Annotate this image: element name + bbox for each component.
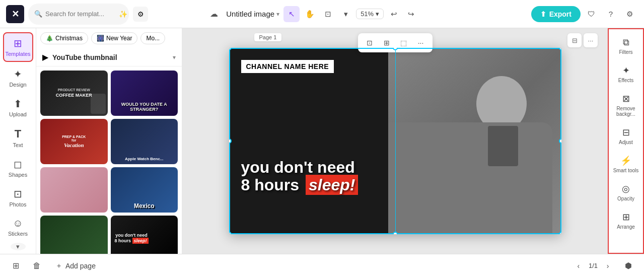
template-card[interactable]: you don't need 8 hours sleep! [111, 216, 178, 254]
sidebar-item-photos[interactable]: ⊡ Photos [3, 184, 33, 212]
design-icon: ✦ [14, 68, 22, 80]
christmas-emoji: 🎄 [46, 35, 53, 42]
resize-tool-button[interactable]: ⊡ [320, 6, 336, 22]
zoom-level-text: 51% [361, 10, 374, 18]
right-sidebar: ⧉ Filters ✦ Effects ⊠ Remove backgr... ⊟… [608, 28, 644, 254]
plus-icon: ＋ [55, 261, 62, 270]
right-tool-remove-bg[interactable]: ⊠ Remove backgr... [611, 89, 641, 121]
right-tool-arrange[interactable]: ⊞ Arrange [611, 207, 641, 234]
sidebar-item-upload[interactable]: ⬆ Upload [3, 94, 33, 121]
canvas-main-text: you don't need 8 hours sleep! [241, 159, 359, 194]
template-card[interactable] [40, 167, 108, 213]
select-tool-button[interactable]: ↖ [283, 6, 300, 22]
top-toolbar: ✕ 🔍 ✨ ⚙ ☁ Untitled image ▾ ↖ ✋ ⊡ ▾ 51% ▾… [0, 0, 644, 28]
redo-button[interactable]: ↪ [403, 6, 419, 22]
template-card[interactable]: Mexico [111, 167, 178, 213]
logo-icon: ✕ [12, 9, 19, 20]
bottom-bar: ⊞ 🗑 ＋ Add page ‹ 1/1 › ⬢ [0, 254, 644, 277]
present-button[interactable]: ⬢ [621, 258, 636, 273]
resize-chevron-button[interactable]: ▾ [338, 6, 354, 22]
stickers-icon: ☺ [13, 218, 23, 229]
effects-icon: ✦ [622, 65, 630, 76]
export-icon: ⬆ [540, 10, 546, 18]
category-chevron-icon: ▾ [173, 54, 176, 61]
category-header[interactable]: ▶ YouTube thumbnail ▾ [36, 48, 182, 66]
remove-bg-icon: ⊠ [622, 93, 630, 104]
undo-redo-group: ↩ ↪ [386, 6, 419, 22]
canvas-grid-button[interactable]: ⊞ [379, 35, 394, 50]
document-title-button[interactable]: Untitled image ▾ [226, 10, 279, 18]
template-card[interactable]: Apple Watch Benc... [111, 119, 178, 164]
add-page-label: Add page [65, 262, 96, 270]
template-card[interactable]: PREP & PACK for Vacation [40, 119, 108, 164]
filters-icon: ⧉ [623, 37, 629, 48]
sidebar-item-design[interactable]: ✦ Design [3, 64, 33, 92]
upload-icon: ⬆ [14, 98, 22, 110]
chevron-down-icon: ▾ [276, 11, 279, 18]
youtube-icon: ▶ [42, 52, 48, 62]
new-year-emoji: 🎆 [97, 35, 104, 42]
smart-tools-icon: ⚡ [620, 155, 631, 166]
collapse-sidebar-button[interactable]: ▾ [11, 243, 26, 250]
canvas-area: ⊡ ⊞ ⬚ ··· ⊟ ··· Page 1 [182, 28, 608, 254]
left-sidebar: ⊞ Templates ✦ Design ⬆ Upload T Text ◻ S… [0, 28, 36, 254]
canvas-more-button[interactable]: ··· [413, 35, 428, 50]
page-navigation: ‹ 1/1 › [571, 259, 615, 273]
add-page-button[interactable]: ＋ Add page [50, 258, 101, 273]
page-label: Page 1 [254, 33, 282, 41]
template-card[interactable]: PRODUCT REVIEW COFFEE MAKER [40, 71, 108, 116]
tag-more[interactable]: Mo... [140, 32, 165, 44]
filter-button[interactable]: ⚙ [133, 7, 148, 22]
page-counter: 1/1 [589, 262, 598, 269]
main-layout: ⊞ Templates ✦ Design ⬆ Upload T Text ◻ S… [0, 28, 644, 254]
help-button[interactable]: ? [603, 6, 619, 22]
save-to-cloud-button[interactable]: ☁ [206, 6, 222, 22]
search-input[interactable] [45, 10, 116, 18]
opacity-icon: ◎ [622, 183, 630, 194]
template-tags: 🎄 Christmas 🎆 New Year Mo... [36, 28, 182, 48]
toolbar-tools: ↖ ✋ ⊡ ▾ 51% ▾ ↩ ↪ [283, 6, 419, 22]
top-bar-right: ⬆ Export 🛡 ? ⚙ [531, 6, 638, 22]
magic-search-button[interactable]: ✨ [119, 7, 127, 22]
right-tool-adjust[interactable]: ⊟ Adjust [611, 123, 641, 149]
settings-button[interactable]: ⚙ [622, 6, 638, 22]
template-grid: PRODUCT REVIEW COFFEE MAKER WOULD YOU DA… [36, 66, 182, 254]
zoom-control[interactable]: 51% ▾ [356, 9, 384, 19]
delete-page-button[interactable]: 🗑 [29, 258, 44, 273]
next-page-button[interactable]: › [601, 259, 615, 273]
canvas-wrapper: Page 1 CHANNEL NAME HERE [182, 28, 608, 254]
prev-page-button[interactable]: ‹ [571, 259, 586, 273]
photos-icon: ⊡ [14, 188, 22, 200]
sidebar-item-templates[interactable]: ⊞ Templates [3, 32, 33, 62]
template-card[interactable]: BACK TO NATURE [40, 216, 108, 254]
zoom-chevron-icon: ▾ [376, 10, 379, 18]
hand-tool-button[interactable]: ✋ [302, 6, 318, 22]
template-card[interactable]: WOULD YOU DATE A STRANGER? [111, 71, 178, 116]
canvas-frame-button[interactable]: ⬚ [396, 35, 411, 50]
tag-new-year[interactable]: 🎆 New Year [91, 32, 137, 44]
canvas-crop-button[interactable]: ⊡ [362, 35, 377, 50]
shield-icon-button[interactable]: 🛡 [584, 6, 600, 22]
document-title-text: Untitled image [226, 10, 274, 18]
tag-christmas[interactable]: 🎄 Christmas [40, 32, 88, 44]
sidebar-item-stickers[interactable]: ☺ Stickers [3, 214, 33, 241]
toolbar-center: ☁ Untitled image ▾ ↖ ✋ ⊡ ▾ 51% ▾ ↩ ↪ [206, 6, 419, 22]
right-tool-effects[interactable]: ✦ Effects [611, 61, 641, 87]
right-tool-filters[interactable]: ⧉ Filters [611, 33, 641, 59]
templates-icon: ⊞ [14, 37, 22, 49]
undo-button[interactable]: ↩ [386, 6, 402, 22]
canvas-image[interactable]: CHANNEL NAME HERE you don't need 8 hours… [229, 48, 561, 234]
grid-view-button[interactable]: ⊞ [8, 258, 23, 273]
sidebar-item-shapes[interactable]: ◻ Shapes [3, 154, 33, 182]
channel-name-box: CHANNEL NAME HERE [241, 60, 334, 73]
right-tool-opacity[interactable]: ◎ Opacity [611, 179, 641, 205]
canvas-layers-button[interactable]: ⊟ [567, 33, 582, 47]
canvas-options-button[interactable]: ··· [584, 33, 598, 47]
sidebar-item-text[interactable]: T Text [3, 123, 33, 152]
text-icon: T [15, 127, 21, 141]
right-tool-smart-tools[interactable]: ⚡ Smart tools [611, 151, 641, 177]
export-button[interactable]: ⬆ Export [531, 6, 581, 22]
search-bar: 🔍 ✨ [28, 4, 129, 25]
logo-button[interactable]: ✕ [6, 5, 24, 23]
canvas-overlay-toolbar: ⊡ ⊞ ⬚ ··· [358, 33, 433, 52]
